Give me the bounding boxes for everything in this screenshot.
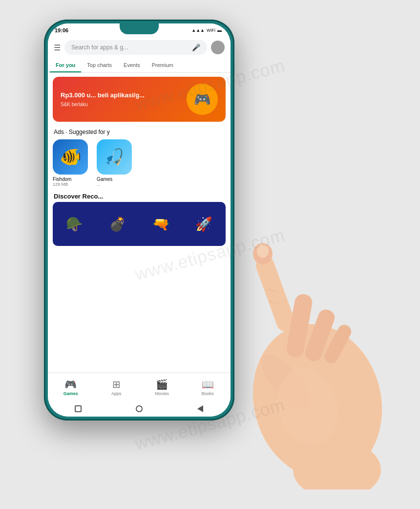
promo-text: Rp3.000 u... beli aplikasi/g... S&K berl…: [61, 91, 145, 107]
app-size-fishing: ...: [97, 182, 101, 187]
wifi-icon: WiFi: [207, 28, 215, 33]
svg-point-7: [253, 347, 318, 417]
menu-icon[interactable]: ☰: [54, 43, 61, 52]
search-input-container[interactable]: Search for apps & g... 🎤: [64, 40, 207, 55]
svg-line-11: [269, 301, 278, 304]
svg-line-10: [267, 289, 276, 291]
tab-events[interactable]: Events: [118, 58, 146, 72]
tab-premium[interactable]: Premium: [146, 58, 179, 72]
phone: 19:06 ▲▲▲ WiFi ▬ ☰ Search for apps & g..…: [44, 20, 234, 420]
search-bar[interactable]: ☰ Search for apps & g... 🎤: [48, 37, 231, 58]
promo-subtitle: S&K berlaku: [61, 102, 145, 107]
svg-point-8: [269, 361, 346, 452]
promo-title: Rp3.000 u... beli aplikasi/g...: [61, 91, 145, 100]
svg-rect-5: [303, 308, 337, 364]
tank-icon-3: 🔫: [152, 216, 169, 232]
nav-movies[interactable]: 🎬 Movies: [139, 378, 185, 396]
tank-icon-4: 🚀: [195, 216, 212, 232]
hand-svg: [210, 196, 405, 489]
app-icon-fishing: 🎣: [97, 139, 132, 175]
svg-rect-6: [322, 322, 354, 365]
games-label: Games: [63, 391, 78, 396]
battery-icon: ▬: [217, 28, 222, 33]
search-placeholder: Search for apps & g...: [71, 44, 188, 51]
phone-screen-container: 19:06 ▲▲▲ WiFi ▬ ☰ Search for apps & g..…: [48, 23, 231, 417]
svg-point-0: [236, 310, 399, 489]
status-icons: ▲▲▲ WiFi ▬: [191, 28, 222, 33]
app-name-fishdom: Fishdom: [53, 177, 71, 182]
scene: www.etipsapp.com www.etipsapp.com www.et…: [0, 0, 420, 509]
app-row: 🐠 Fishdom 129 MB 🎣 Games ...: [48, 136, 231, 190]
books-icon: 📖: [202, 378, 214, 390]
app-card-fishdom[interactable]: 🐠 Fishdom 129 MB: [53, 139, 92, 187]
svg-point-1: [293, 441, 381, 489]
svg-rect-2: [253, 254, 297, 333]
svg-rect-4: [285, 293, 314, 358]
app-size-fishdom: 129 MB: [53, 182, 68, 187]
promo-banner[interactable]: Rp3.000 u... beli aplikasi/g... S&K berl…: [53, 77, 226, 122]
mic-icon[interactable]: 🎤: [192, 44, 200, 51]
nav-games[interactable]: 🎮 Games: [48, 378, 94, 396]
app-card-fishing[interactable]: 🎣 Games ...: [97, 139, 136, 187]
svg-point-9: [257, 244, 269, 258]
user-avatar[interactable]: [211, 41, 225, 54]
tank-icon-2: 💣: [109, 216, 126, 232]
home-circle-icon: [136, 405, 143, 412]
tab-for-you[interactable]: For you: [50, 58, 81, 72]
phone-notch: [120, 23, 159, 34]
hand-overlay: [210, 196, 405, 489]
movies-label: Movies: [155, 391, 169, 396]
tank-icon-1: 🪖: [66, 216, 83, 232]
back-square-icon: [75, 405, 82, 412]
tab-top-charts[interactable]: Top charts: [81, 58, 118, 72]
books-label: Books: [202, 391, 214, 396]
recents-triangle-icon: [197, 405, 203, 412]
nav-apps[interactable]: ⊞ Apps: [94, 378, 140, 396]
android-recents-btn[interactable]: [195, 404, 205, 414]
nav-books[interactable]: 📖 Books: [185, 378, 231, 396]
android-nav: [48, 401, 231, 417]
status-time: 19:06: [55, 27, 68, 33]
games-icon: 🎮: [64, 378, 77, 390]
android-home-btn[interactable]: [134, 404, 144, 414]
svg-point-3: [253, 243, 273, 265]
bottom-nav: 🎮 Games ⊞ Apps 🎬 Movies 📖 Books: [48, 373, 231, 401]
movies-icon: 🎬: [156, 378, 168, 390]
app-name-fishing: Games: [97, 177, 112, 182]
discover-label: Discover Reco...: [48, 190, 231, 202]
game-banner[interactable]: 🪖 💣 🔫 🚀: [53, 202, 226, 246]
suggested-section-label: Ads · Suggested for y: [48, 126, 231, 136]
app-icon-fishdom: 🐠: [53, 139, 88, 175]
android-back-btn[interactable]: [73, 404, 83, 414]
promo-game-icon: 🎮: [187, 84, 218, 115]
apps-icon: ⊞: [112, 378, 121, 390]
signal-icon: ▲▲▲: [191, 28, 205, 33]
apps-label: Apps: [111, 391, 122, 396]
nav-tabs: For you Top charts Events Premium: [48, 58, 231, 73]
